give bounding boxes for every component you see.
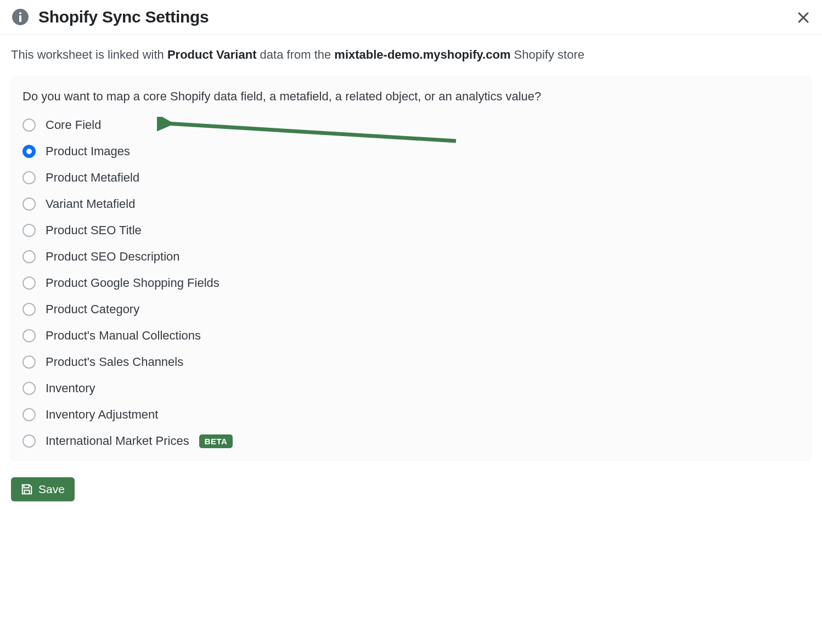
option-label: Product Metafield: [46, 171, 139, 185]
option-radio[interactable]: [22, 145, 36, 158]
option-row[interactable]: Product Images: [22, 144, 800, 159]
link-prefix: This worksheet is linked with: [11, 48, 167, 61]
modal-header: Shopify Sync Settings: [0, 0, 822, 35]
option-label: Product SEO Description: [46, 250, 180, 264]
option-row[interactable]: Product Metafield: [22, 171, 800, 185]
option-row[interactable]: Product SEO Title: [22, 223, 800, 238]
link-middle: data from the: [256, 48, 334, 61]
option-row[interactable]: Product Category: [22, 302, 800, 317]
option-row[interactable]: Product's Sales Channels: [22, 355, 800, 369]
panel-question: Do you want to map a core Shopify data f…: [22, 89, 800, 104]
option-label: Inventory Adjustment: [46, 408, 158, 422]
link-suffix: Shopify store: [510, 48, 584, 61]
option-radio[interactable]: [22, 408, 36, 421]
option-label: Product Category: [46, 302, 139, 317]
option-radio[interactable]: [22, 303, 36, 316]
option-row[interactable]: Core Field: [22, 118, 800, 132]
save-icon: [21, 483, 33, 495]
option-radio[interactable]: [22, 434, 36, 448]
option-label: Product Google Shopping Fields: [46, 276, 219, 290]
options-panel: Do you want to map a core Shopify data f…: [11, 77, 811, 461]
option-radio[interactable]: [22, 171, 36, 184]
option-row[interactable]: Product SEO Description: [22, 250, 800, 264]
modal: Shopify Sync Settings This worksheet is …: [0, 0, 822, 515]
option-radio[interactable]: [22, 355, 36, 369]
option-label: Product Images: [46, 144, 130, 159]
beta-badge: BETA: [199, 434, 233, 448]
option-row[interactable]: Variant Metafield: [22, 197, 800, 211]
option-label: Variant Metafield: [46, 197, 135, 211]
option-radio[interactable]: [22, 118, 36, 132]
option-label: Product's Sales Channels: [46, 355, 183, 369]
link-data-type: Product Variant: [167, 48, 257, 61]
info-icon: [12, 9, 29, 25]
option-row[interactable]: Product's Manual Collections: [22, 329, 800, 343]
svg-point-0: [19, 12, 21, 14]
option-label: Inventory: [46, 381, 95, 396]
close-button[interactable]: [796, 10, 811, 27]
option-label: Core Field: [46, 118, 101, 132]
option-row[interactable]: International Market PricesBETA: [22, 434, 800, 448]
option-row[interactable]: Product Google Shopping Fields: [22, 276, 800, 290]
option-row[interactable]: Inventory: [22, 381, 800, 396]
save-label: Save: [38, 483, 65, 496]
option-label: International Market Prices: [46, 434, 189, 448]
option-radio[interactable]: [22, 197, 36, 211]
option-label: Product's Manual Collections: [46, 329, 201, 343]
modal-body: This worksheet is linked with Product Va…: [0, 35, 822, 515]
close-icon: [798, 12, 809, 23]
options-list: Core FieldProduct ImagesProduct Metafiel…: [22, 118, 800, 448]
option-radio[interactable]: [22, 276, 36, 290]
save-button[interactable]: Save: [11, 477, 75, 501]
link-store: mixtable-demo.myshopify.com: [334, 48, 510, 61]
link-description: This worksheet is linked with Product Va…: [11, 46, 811, 64]
option-label: Product SEO Title: [46, 223, 142, 238]
option-radio[interactable]: [22, 224, 36, 237]
option-radio[interactable]: [22, 329, 36, 342]
option-row[interactable]: Inventory Adjustment: [22, 408, 800, 422]
modal-title: Shopify Sync Settings: [38, 8, 209, 26]
option-radio[interactable]: [22, 250, 36, 263]
svg-rect-1: [19, 15, 21, 22]
option-radio[interactable]: [22, 382, 36, 395]
